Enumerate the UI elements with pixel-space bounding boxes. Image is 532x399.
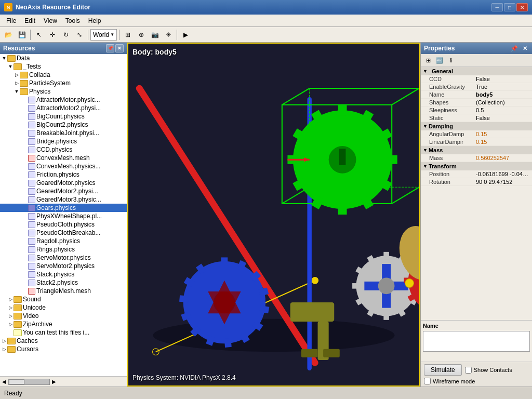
svg-rect-23: [338, 204, 347, 215]
properties-pin-button[interactable]: 📌: [510, 44, 518, 52]
prop-name-mass: Mass: [429, 155, 476, 161]
prop-enablegravity: EnableGravity True: [421, 83, 532, 91]
toolbar-grid[interactable]: ⊞: [122, 29, 134, 41]
tree-item-convexmesh2[interactable]: ConvexMesh.physics...: [0, 162, 127, 170]
scroll-right-icon[interactable]: ▶: [52, 379, 56, 385]
section-general[interactable]: ▼ _General: [421, 67, 532, 75]
menu-edit[interactable]: Edit: [20, 15, 39, 26]
show-contacts-label: Show Contacts: [474, 367, 512, 373]
section-transform[interactable]: ▼ Transform: [421, 162, 532, 170]
tree-item-sound[interactable]: ▷ Sound: [0, 295, 127, 303]
tree-item-gears[interactable]: Gears.physics: [0, 204, 127, 212]
tree-item-bigcount2[interactable]: BigCount2.physics: [0, 121, 127, 129]
prop-name-sleepiness: Sleepiness: [429, 107, 476, 113]
properties-close-button[interactable]: ✕: [521, 44, 529, 52]
tree-item-pseudoclothbreak[interactable]: PseudoClothBreakab...: [0, 229, 127, 237]
viewport[interactable]: Body: body5 Physics System: NVIDIA PhysX…: [127, 43, 420, 387]
toolbar-snap[interactable]: ⊕: [135, 29, 148, 41]
tree-item-friction[interactable]: Friction.physics: [0, 170, 127, 179]
resources-tree[interactable]: ▼ Data ▼ _Tests ▷ Collada ▷ ParticleSyst…: [0, 54, 127, 376]
tree-item-stack2[interactable]: Stack2.physics: [0, 278, 127, 287]
file-icon: [28, 238, 35, 245]
wireframe-checkbox[interactable]: [424, 378, 431, 384]
props-btn-alphabetical[interactable]: 🔤: [434, 55, 445, 65]
minimize-button[interactable]: ─: [491, 3, 503, 11]
tree-item-physics[interactable]: ▼ Physics: [0, 87, 127, 96]
menu-help[interactable]: Help: [84, 15, 105, 26]
tree-item-physxwheel[interactable]: PhysXWheelShape.pl...: [0, 212, 127, 220]
file-icon: [28, 155, 35, 162]
file-icon: [28, 280, 35, 286]
toolbar-scale[interactable]: ⤡: [73, 29, 86, 41]
tree-item-rings[interactable]: Rings.physics: [0, 245, 127, 254]
tree-item-breakablejoint[interactable]: BreakableJoint.physi...: [0, 129, 127, 137]
world-dropdown[interactable]: World ▼: [90, 29, 117, 41]
menu-file[interactable]: File: [2, 15, 20, 26]
section-mass[interactable]: ▼ Mass: [421, 146, 532, 154]
tree-item-testfiles[interactable]: You can test this files i...: [0, 328, 127, 337]
props-btn-info[interactable]: ℹ: [446, 55, 456, 65]
toolbar-separator-3: [119, 30, 119, 40]
menu-tools[interactable]: Tools: [61, 15, 84, 26]
tree-item-gearedmotor2[interactable]: GearedMotor2.physi...: [0, 187, 127, 195]
folder-icon: [14, 296, 22, 303]
toolbar-rotate[interactable]: ↻: [60, 29, 72, 41]
tree-item-ccd[interactable]: CCD.physics: [0, 145, 127, 154]
prop-value-static: False: [476, 115, 530, 121]
tree-item-data[interactable]: ▼ Data: [0, 54, 127, 62]
resources-close-button[interactable]: ✕: [115, 44, 124, 52]
toolbar-open[interactable]: 📂: [2, 29, 15, 41]
tree-item-unicode[interactable]: ▷ Unicode: [0, 303, 127, 312]
tree-item-attractormotor[interactable]: AttractorMotor.physic...: [0, 96, 127, 104]
toggle-icon: ▷: [1, 347, 7, 352]
tree-item-convexmesh[interactable]: ConvexMesh.mesh: [0, 154, 127, 162]
show-contacts-checkbox[interactable]: [465, 367, 472, 374]
toolbar-camera[interactable]: 📷: [149, 29, 161, 41]
tree-item-attractormotor2[interactable]: AttractorMotor2.physi...: [0, 104, 127, 112]
restore-button[interactable]: □: [504, 3, 515, 11]
titlebar: N NeoAxis Resource Editor ─ □ ✕: [0, 0, 532, 15]
tree-item-video[interactable]: ▷ Video: [0, 312, 127, 320]
menu-view[interactable]: View: [39, 15, 61, 26]
section-damping[interactable]: ▼ Damping: [421, 122, 532, 130]
section-general-label: _General: [429, 68, 453, 74]
toolbar-play[interactable]: ▶: [179, 29, 192, 41]
resources-panel: Resources 📌 ✕ ▼ Data ▼ _Tests ▷: [0, 43, 127, 387]
tree-item-tests[interactable]: ▼ _Tests: [0, 62, 127, 71]
tree-item-bridge[interactable]: Bridge.physics: [0, 137, 127, 145]
props-btn-categorized[interactable]: ⊞: [423, 55, 433, 65]
tree-item-pseudocloth[interactable]: PseudoCloth.physics: [0, 220, 127, 229]
toolbar-light[interactable]: ☀: [162, 29, 175, 41]
tree-item-trianglemesh[interactable]: TriangleMesh.mesh: [0, 287, 127, 295]
toolbar-move[interactable]: ✛: [46, 29, 59, 41]
tree-item-ziparchive[interactable]: ▷ ZipArchive: [0, 320, 127, 328]
tree-item-caches[interactable]: ▷ Caches: [0, 337, 127, 345]
statusbar: Ready: [0, 387, 532, 399]
toolbar-save[interactable]: 💾: [16, 29, 28, 41]
toolbar-cursor[interactable]: ↖: [33, 29, 45, 41]
scroll-left-icon[interactable]: ◀: [2, 379, 6, 385]
simulate-button[interactable]: Simulate: [424, 364, 462, 376]
resources-scrollbar[interactable]: ◀ ▶: [0, 376, 127, 387]
tree-item-servomotor2[interactable]: ServoMotor2.physics: [0, 262, 127, 270]
tree-item-collada[interactable]: ▷ Collada: [0, 71, 127, 79]
close-button[interactable]: ✕: [516, 3, 528, 11]
tree-item-bigcount[interactable]: BigCount.physics: [0, 112, 127, 121]
tree-item-servomotor[interactable]: ServoMotor.physics: [0, 254, 127, 262]
resources-pin-button[interactable]: 📌: [106, 44, 114, 52]
tree-item-label: ServoMotor2.physics: [36, 262, 95, 270]
prop-value-angulardamp: 0.15: [476, 131, 530, 137]
toggle-icon: ▷: [7, 305, 14, 310]
name-input-field[interactable]: [423, 331, 530, 352]
tree-item-stack[interactable]: Stack.physics: [0, 270, 127, 278]
scrollbar-thumb[interactable]: [9, 379, 24, 384]
toggle-icon: ▷: [14, 72, 20, 77]
tree-item-cursors[interactable]: ▷ Cursors: [0, 345, 127, 353]
file-icon: [28, 97, 35, 103]
tree-item-particlesystem[interactable]: ▷ ParticleSystem: [0, 79, 127, 87]
tree-item-gearedmotor3[interactable]: GearedMotor3.physic...: [0, 195, 127, 204]
tree-item-gearedmotor[interactable]: GearedMotor.physics: [0, 179, 127, 187]
tree-item-ragdoll[interactable]: Ragdoll.physics: [0, 237, 127, 245]
section-toggle-icon: ▼: [423, 124, 428, 129]
scrollbar-track[interactable]: [8, 379, 50, 385]
